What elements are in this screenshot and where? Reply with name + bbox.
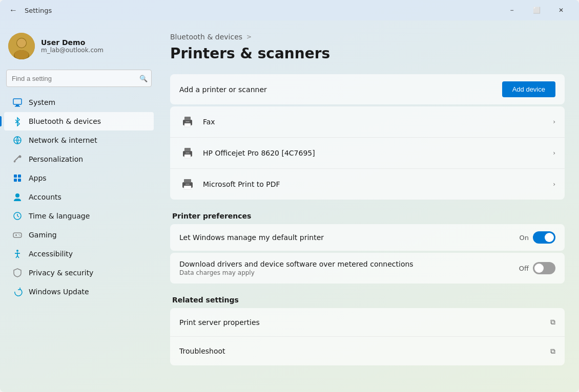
close-button[interactable]: ✕	[549, 2, 573, 18]
avatar	[8, 33, 35, 59]
gaming-nav-icon	[12, 230, 23, 240]
sidebar-item-label-apps: Apps	[29, 174, 47, 182]
back-button[interactable]: ←	[6, 3, 20, 17]
settings-window: ← Settings − ⬜ ✕	[0, 0, 579, 392]
svg-rect-35	[185, 121, 190, 122]
page-title: Printers & scanners	[170, 45, 565, 62]
update-nav-icon	[12, 287, 23, 297]
preference-item-0: Let Windows manage my default printer On	[170, 224, 565, 251]
printer-item[interactable]: HP Officejet Pro 8620 [4C7695] ›	[170, 138, 565, 169]
sidebar-item-accounts[interactable]: Accounts	[4, 188, 154, 206]
external-link-icon-0: ⧉	[550, 318, 555, 326]
svg-point-3	[17, 38, 26, 48]
pref-toggle-right-0: On	[520, 231, 555, 244]
window-title: Settings	[25, 7, 52, 14]
sidebar-item-label-system: System	[29, 98, 55, 106]
accessibility-nav-icon	[12, 249, 23, 259]
related-item-1[interactable]: Troubleshoot ⧉	[170, 337, 565, 365]
svg-rect-14	[14, 175, 17, 178]
sidebar-item-accessibility[interactable]: Accessibility	[4, 245, 154, 263]
sidebar-item-bluetooth[interactable]: Bluetooth & devices	[4, 112, 154, 130]
add-device-label: Add a printer or scanner	[179, 85, 267, 94]
svg-rect-38	[184, 155, 191, 158]
external-link-icon-1: ⧉	[550, 347, 555, 356]
svg-rect-39	[185, 153, 190, 154]
printer-icon-1	[179, 145, 196, 161]
svg-rect-37	[184, 148, 191, 151]
svg-point-13	[19, 156, 22, 158]
preference-item-1: Download drivers and device software ove…	[170, 253, 565, 284]
svg-point-4	[14, 50, 29, 59]
system-nav-icon	[12, 97, 23, 107]
personalization-nav-icon	[12, 154, 23, 164]
add-device-button[interactable]: Add device	[502, 81, 555, 97]
svg-rect-7	[15, 106, 20, 107]
sidebar-item-label-gaming: Gaming	[29, 231, 57, 239]
sidebar-item-network[interactable]: Network & internet	[4, 131, 154, 149]
main-layout: User Demo m_lab@outlook.com 🔍 System Blu…	[0, 20, 579, 392]
svg-rect-16	[14, 179, 17, 182]
sidebar-item-label-time: Time & language	[29, 212, 90, 220]
minimize-button[interactable]: −	[500, 2, 524, 18]
svg-rect-34	[184, 123, 191, 127]
printer-name-0: Fax	[203, 118, 553, 126]
svg-rect-33	[184, 117, 191, 120]
sidebar-item-label-privacy: Privacy & security	[29, 269, 93, 277]
sidebar-item-label-personalization: Personalization	[29, 155, 83, 163]
svg-rect-42	[184, 186, 191, 189]
preferences-section-title: Printer preferences	[170, 202, 565, 224]
pref-toggle-1[interactable]	[533, 262, 555, 274]
svg-point-26	[19, 235, 20, 236]
time-nav-icon	[12, 211, 23, 221]
svg-rect-17	[18, 179, 21, 182]
sidebar-item-label-network: Network & internet	[29, 136, 97, 144]
add-device-row: Add a printer or scanner Add device	[170, 74, 565, 104]
printer-icon-2	[179, 176, 196, 192]
pref-info-0: Let Windows manage my default printer	[179, 233, 520, 242]
related-card: Print server properties ⧉ Troubleshoot ⧉	[170, 308, 565, 365]
sidebar-item-label-accounts: Accounts	[29, 193, 61, 201]
privacy-nav-icon	[12, 268, 23, 278]
breadcrumb: Bluetooth & devices >	[170, 33, 565, 41]
svg-rect-5	[13, 99, 22, 104]
user-name: User Demo	[41, 38, 104, 47]
chevron-icon-2: ›	[553, 181, 555, 188]
search-input[interactable]	[6, 70, 152, 87]
svg-line-21	[17, 216, 19, 217]
breadcrumb-separator: >	[246, 33, 252, 40]
sidebar: User Demo m_lab@outlook.com 🔍 System Blu…	[0, 20, 158, 392]
accounts-nav-icon	[12, 192, 23, 202]
svg-point-18	[15, 193, 19, 198]
pref-state-0: On	[520, 234, 529, 242]
restore-button[interactable]: ⬜	[525, 2, 548, 18]
chevron-icon-1: ›	[553, 149, 555, 157]
printer-item[interactable]: Microsoft Print to PDF ›	[170, 169, 565, 200]
svg-line-31	[17, 256, 19, 258]
nav-list: System Bluetooth & devices Network & int…	[0, 93, 158, 301]
svg-point-25	[18, 234, 19, 235]
sidebar-item-update[interactable]: Windows Update	[4, 282, 154, 301]
sidebar-item-privacy[interactable]: Privacy & security	[4, 264, 154, 282]
window-controls: − ⬜ ✕	[500, 2, 573, 18]
pref-toggle-0[interactable]	[533, 231, 555, 244]
related-section-title: Related settings	[170, 286, 565, 308]
printer-item[interactable]: Fax ›	[170, 106, 565, 138]
user-email: m_lab@outlook.com	[41, 47, 104, 54]
sidebar-item-system[interactable]: System	[4, 93, 154, 112]
preferences-list: Let Windows manage my default printer On…	[170, 224, 565, 284]
svg-rect-6	[16, 105, 19, 106]
related-label-0: Print server properties	[179, 318, 550, 326]
sidebar-item-personalization[interactable]: Personalization	[4, 150, 154, 168]
svg-rect-43	[185, 184, 190, 185]
related-item-0[interactable]: Print server properties ⧉	[170, 308, 565, 337]
sidebar-item-time[interactable]: Time & language	[4, 207, 154, 225]
chevron-icon-0: ›	[553, 118, 555, 125]
user-info: User Demo m_lab@outlook.com	[41, 38, 104, 54]
printer-name-1: HP Officejet Pro 8620 [4C7695]	[203, 149, 553, 157]
network-nav-icon	[12, 135, 23, 145]
sidebar-item-gaming[interactable]: Gaming	[4, 226, 154, 244]
pref-state-1: Off	[519, 265, 529, 272]
pref-label-0: Let Windows manage my default printer	[179, 233, 520, 242]
breadcrumb-parent[interactable]: Bluetooth & devices	[170, 33, 242, 41]
sidebar-item-apps[interactable]: Apps	[4, 169, 154, 187]
